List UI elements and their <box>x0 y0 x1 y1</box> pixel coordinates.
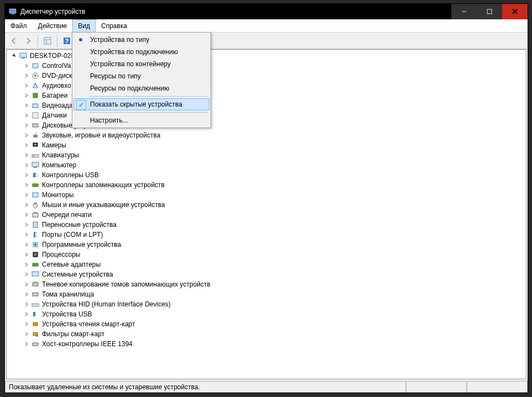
chevron-right-icon[interactable] <box>23 321 30 327</box>
svg-rect-50 <box>32 272 39 276</box>
tree-node-label: Звуковые, игровые и видеоустройства <box>42 131 160 139</box>
menu-action[interactable]: Действие <box>33 19 73 32</box>
menu-file[interactable]: Файл <box>5 19 33 32</box>
tree-node[interactable]: Устройства HID (Human Interface Devices) <box>9 299 524 309</box>
expander-icon[interactable] <box>11 52 18 59</box>
chevron-right-icon[interactable] <box>23 152 30 158</box>
menu-item-devices-by-connection[interactable]: Устройства по подключению <box>73 46 209 58</box>
menu-item-resources-by-connection[interactable]: Ресурсы по подключению <box>73 82 209 94</box>
tree-node-label: Мониторы <box>42 191 73 199</box>
tree-node[interactable]: Фильтры смарт-карт <box>9 329 524 339</box>
tree-node[interactable]: Переносные устройства <box>9 220 524 230</box>
chevron-right-icon[interactable] <box>23 122 30 129</box>
tree-root-label: DESKTOP-02K <box>30 52 75 60</box>
chevron-right-icon[interactable] <box>23 202 30 208</box>
chevron-right-icon[interactable] <box>23 192 30 198</box>
tree-node[interactable]: Мыши и иные указывающие устройства <box>9 200 524 210</box>
tree-node[interactable]: Камеры <box>9 140 524 150</box>
device-category-icon <box>31 250 40 259</box>
device-category-icon <box>31 200 40 209</box>
show-hide-tree-button[interactable] <box>41 34 54 47</box>
menu-help[interactable]: Справка <box>96 19 133 32</box>
svg-rect-23 <box>33 124 38 127</box>
menu-item-label: Ресурсы по подключению <box>90 84 169 92</box>
tree-node[interactable]: Контроллеры USB <box>9 170 524 180</box>
back-button[interactable] <box>7 34 20 47</box>
svg-rect-36 <box>34 203 36 204</box>
tree-node[interactable]: Хост-контроллеры IEEE 1394 <box>9 339 524 349</box>
minimize-button[interactable] <box>451 4 477 19</box>
menu-item-devices-by-container[interactable]: Устройства по контейнеру <box>73 58 209 70</box>
menu-item-devices-by-type[interactable]: Устройства по типу <box>73 34 209 46</box>
svg-rect-52 <box>34 282 37 283</box>
maximize-button[interactable] <box>477 4 502 19</box>
svg-rect-6 <box>44 38 51 44</box>
tree-node[interactable]: Очереди печати <box>9 210 524 220</box>
svg-rect-51 <box>33 283 38 286</box>
chevron-right-icon[interactable] <box>23 132 30 139</box>
chevron-right-icon[interactable] <box>23 311 30 317</box>
svg-rect-21 <box>33 104 38 108</box>
chevron-right-icon[interactable] <box>23 281 30 288</box>
chevron-right-icon[interactable] <box>23 92 30 99</box>
tree-node[interactable]: Порты (COM и LPT) <box>9 230 524 240</box>
chevron-right-icon[interactable] <box>23 72 30 79</box>
device-category-icon <box>31 161 40 170</box>
chevron-right-icon[interactable] <box>23 251 30 258</box>
tree-node[interactable]: Устройства USB <box>9 309 524 319</box>
chevron-right-icon[interactable] <box>23 102 30 109</box>
checkmark-icon: ✓ <box>76 100 86 110</box>
chevron-right-icon[interactable] <box>23 221 30 228</box>
svg-rect-53 <box>33 293 38 296</box>
chevron-right-icon[interactable] <box>23 211 30 218</box>
tree-node[interactable]: Контроллеры запоминающих устройств <box>9 180 524 190</box>
tree-node-label: Очереди печати <box>42 211 92 219</box>
chevron-right-icon[interactable] <box>23 82 30 89</box>
tree-node[interactable]: Клавиатуры <box>9 150 524 160</box>
chevron-right-icon[interactable] <box>23 182 30 188</box>
chevron-right-icon[interactable] <box>23 291 30 298</box>
tree-node[interactable]: Тома хранилища <box>9 289 524 299</box>
device-category-icon <box>31 91 40 100</box>
device-category-icon <box>31 141 40 150</box>
device-category-icon <box>31 270 40 279</box>
menu-item-label: Устройства по контейнеру <box>90 60 171 68</box>
tree-node[interactable]: Процессоры <box>9 250 524 260</box>
menu-item-resources-by-type[interactable]: Ресурсы по типу <box>73 70 209 82</box>
chevron-right-icon[interactable] <box>23 331 30 337</box>
chevron-right-icon[interactable] <box>23 261 30 268</box>
chevron-right-icon[interactable] <box>23 301 30 308</box>
chevron-right-icon[interactable] <box>23 341 30 347</box>
radio-selected-icon <box>76 35 86 45</box>
chevron-right-icon[interactable] <box>23 271 30 278</box>
computer-icon <box>19 51 28 60</box>
close-button[interactable] <box>502 4 528 19</box>
tree-node[interactable]: Системные устройства <box>9 269 524 279</box>
chevron-right-icon[interactable] <box>23 162 30 168</box>
forward-button[interactable] <box>22 34 35 47</box>
chevron-right-icon[interactable] <box>23 142 30 149</box>
tree-node[interactable]: Компьютер <box>9 160 524 170</box>
chevron-right-icon[interactable] <box>23 112 30 119</box>
menu-item-show-hidden-devices[interactable]: ✓ Показать скрытые устройства <box>73 98 209 110</box>
chevron-right-icon[interactable] <box>23 172 30 178</box>
svg-rect-16 <box>33 63 38 68</box>
tree-node-label: Устройства чтения смарт-карт <box>42 320 135 328</box>
menu-item-label: Настроить... <box>90 117 128 124</box>
tree-node[interactable]: Мониторы <box>9 190 524 200</box>
svg-point-26 <box>34 144 36 146</box>
menu-item-customize[interactable]: Настроить... <box>73 114 209 126</box>
menu-view[interactable]: Вид <box>72 19 96 32</box>
svg-point-33 <box>34 183 35 184</box>
chevron-right-icon[interactable] <box>23 241 30 248</box>
device-category-icon <box>31 220 40 229</box>
svg-rect-46 <box>34 253 36 256</box>
tree-node[interactable]: Сетевые адаптеры <box>9 260 524 269</box>
tree-node[interactable]: Устройства чтения смарт-карт <box>9 319 524 329</box>
toolbar-separator <box>57 35 57 47</box>
tree-node[interactable]: Теневое копирование томов запоминающих у… <box>9 279 524 289</box>
tree-node[interactable]: Звуковые, игровые и видеоустройства <box>9 130 524 140</box>
chevron-right-icon[interactable] <box>23 62 30 69</box>
chevron-right-icon[interactable] <box>23 231 30 238</box>
tree-node[interactable]: Программные устройства <box>9 240 524 250</box>
